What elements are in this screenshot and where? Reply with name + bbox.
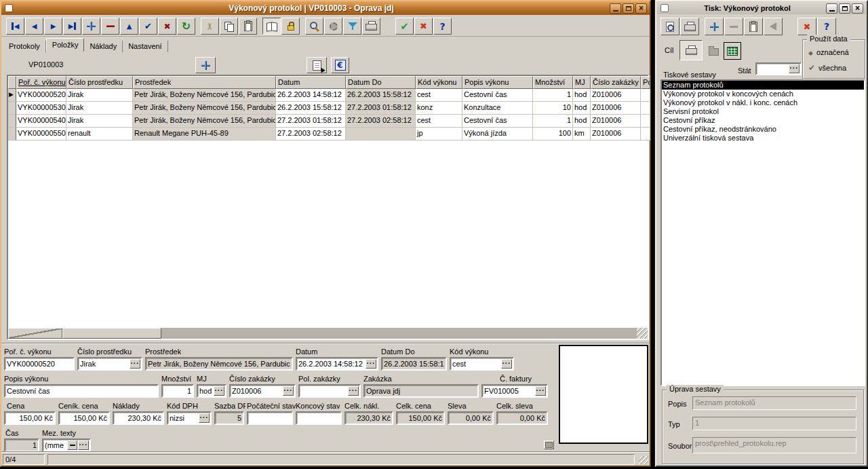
- field-cas[interactable]: 1: [4, 438, 39, 452]
- report-item-3[interactable]: Servisní protokol: [662, 107, 864, 116]
- cislo-zakazky-ellipsis-button[interactable]: [283, 386, 294, 396]
- grid-cell[interactable]: [641, 115, 650, 128]
- field-kod-dph[interactable]: nizsi: [167, 411, 212, 425]
- field-mez-texty[interactable]: (mme: [42, 438, 91, 452]
- column-header-kod-vykonu[interactable]: Kód výkonu: [416, 76, 462, 89]
- revert-button[interactable]: [764, 18, 783, 35]
- cut-button[interactable]: [201, 18, 219, 35]
- report-item-4[interactable]: Cestovní příkaz: [662, 116, 864, 125]
- field-datum[interactable]: 26.2.2003 14:58:12: [296, 357, 378, 371]
- refresh-button[interactable]: [177, 18, 195, 35]
- copy-button[interactable]: [220, 18, 238, 35]
- column-header-cislo-prostredku[interactable]: Číslo prostředku: [66, 76, 133, 89]
- option-marked[interactable]: označená: [808, 48, 849, 56]
- kod-dph-ellipsis-button[interactable]: [199, 413, 210, 423]
- add-report-button[interactable]: [705, 18, 724, 35]
- grid-cell[interactable]: [641, 89, 650, 102]
- grid-row-2[interactable]: VYK00000540JirakPetr Jirák, Boženy Němco…: [8, 115, 648, 128]
- column-header-cislo-zakazky[interactable]: Číslo zakázky: [591, 76, 641, 89]
- field-pocatecni-stav[interactable]: [247, 411, 293, 425]
- preview-button[interactable]: [660, 18, 679, 35]
- grid-row-3[interactable]: VYK00000550renaultRenault Megane PUH-45-…: [8, 128, 648, 140]
- print-app-icon[interactable]: [660, 4, 669, 12]
- grid-cell[interactable]: hod: [573, 115, 591, 128]
- field-celk-sleva[interactable]: 0,00 Kč: [496, 411, 548, 425]
- print-button[interactable]: [680, 18, 699, 35]
- grid-cell[interactable]: Petr Jirák, Boženy Němcové 156, Pardubic…: [133, 115, 276, 128]
- grid-cell[interactable]: 10: [533, 102, 573, 115]
- browse-mode-button[interactable]: [262, 18, 281, 35]
- grid-cell[interactable]: Cestovní čas: [462, 115, 533, 128]
- row-selector[interactable]: [8, 89, 16, 102]
- field-kod-vykonu[interactable]: cest: [450, 357, 514, 371]
- grid-cell[interactable]: km: [573, 128, 591, 140]
- grid-cell[interactable]: 27.2.2003 01:58:12: [276, 115, 346, 128]
- mez-texty-minus-button[interactable]: [67, 440, 77, 450]
- grid-cell[interactable]: Renault Megane PUH-45-89: [133, 128, 276, 140]
- next-record-button[interactable]: [44, 18, 62, 35]
- column-header-popis-vykonu[interactable]: Popis výkonu: [462, 76, 533, 89]
- close-button[interactable]: [797, 18, 816, 35]
- last-record-button[interactable]: [63, 18, 81, 35]
- report-item-0[interactable]: Seznam protokolů: [662, 81, 864, 90]
- grid-cell[interactable]: Jirak: [66, 115, 133, 128]
- field-popis-vykonu[interactable]: Cestovní čas: [4, 384, 159, 398]
- field-cena[interactable]: 150,00 Kč: [4, 411, 56, 425]
- horizontal-scrollbar[interactable]: [8, 328, 648, 339]
- column-header-mj[interactable]: MJ: [573, 76, 591, 89]
- lock-button[interactable]: [281, 18, 300, 35]
- target-export-button[interactable]: [724, 42, 741, 60]
- grid-cell[interactable]: 100: [533, 128, 573, 140]
- tab-polozky[interactable]: Položky: [46, 38, 85, 52]
- print-close-button[interactable]: ×: [852, 3, 863, 14]
- grid-cell[interactable]: Z010006: [591, 115, 641, 128]
- grid-cell[interactable]: Petr Jirák, Boženy Němcové 156, Pardubic…: [133, 89, 276, 102]
- grid-cell[interactable]: Z010006: [591, 102, 641, 115]
- first-record-button[interactable]: [6, 18, 24, 35]
- grid-cell[interactable]: Konzultace: [462, 102, 533, 115]
- insert-record-button[interactable]: [82, 18, 100, 35]
- grid-cell[interactable]: cest: [416, 89, 462, 102]
- field-datum-do[interactable]: 26.2.2003 15:58:12: [381, 357, 447, 371]
- grid-cell[interactable]: 26.2.2003 15:58:12: [346, 89, 416, 102]
- field-por[interactable]: VYK00000520: [4, 357, 75, 371]
- settings-button[interactable]: [324, 18, 342, 35]
- delete-record-button[interactable]: [101, 18, 119, 35]
- field-naklady[interactable]: 230,30 Kč: [113, 411, 164, 425]
- column-header-datum[interactable]: Datum: [276, 76, 346, 89]
- report-item-6[interactable]: Univerzální tisková sestava: [662, 134, 864, 143]
- paste-report-button[interactable]: [744, 18, 763, 35]
- field-sleva[interactable]: 0,00 Kč: [448, 411, 494, 425]
- soubor-field[interactable]: prost\prehled_protokolu.rep: [692, 437, 856, 453]
- app-icon[interactable]: [5, 4, 13, 12]
- field-koncovy-stav[interactable]: [296, 411, 342, 425]
- mez-texty-ellipsis-button[interactable]: [78, 440, 89, 450]
- mj-ellipsis-button[interactable]: [214, 386, 224, 396]
- grid-cell[interactable]: Petr Jirák, Boženy Němcové 156, Pardubic…: [133, 102, 276, 115]
- grid-cell[interactable]: 1: [533, 89, 573, 102]
- grid-cell[interactable]: VYK00000540: [16, 115, 66, 128]
- column-header-prostredek[interactable]: Prostředek: [133, 76, 276, 89]
- target-printer-button[interactable]: [679, 40, 703, 60]
- print-titlebar[interactable]: Tisk: Výkonový protokol ×: [657, 2, 866, 14]
- maximize-button[interactable]: [623, 3, 634, 14]
- filter-button[interactable]: [343, 18, 361, 35]
- grid-cell[interactable]: Jirak: [66, 89, 133, 102]
- row-selector[interactable]: [8, 128, 16, 140]
- grid-cell[interactable]: 27.2.2003 02:58:12: [346, 115, 416, 128]
- tab-nastaveni[interactable]: Nastavení: [123, 41, 168, 52]
- grid-cell[interactable]: [641, 102, 650, 115]
- notes-panel[interactable]: [559, 345, 648, 444]
- target-folder-button[interactable]: [705, 42, 722, 60]
- kod-vykonu-ellipsis-button[interactable]: [501, 359, 512, 369]
- paste-button[interactable]: [239, 18, 257, 35]
- field-celk-nakl[interactable]: 230,30 Kč: [344, 411, 393, 425]
- field-c-faktury[interactable]: FV010005: [481, 384, 548, 398]
- row-selector[interactable]: [8, 102, 16, 115]
- field-pol-zakazky[interactable]: [298, 384, 361, 398]
- generate-document-button[interactable]: [307, 57, 327, 73]
- grid-cell[interactable]: VYK00000550: [16, 128, 66, 140]
- help-button[interactable]: [817, 18, 836, 35]
- option-all[interactable]: všechna: [808, 63, 846, 73]
- currency-button[interactable]: [331, 57, 349, 73]
